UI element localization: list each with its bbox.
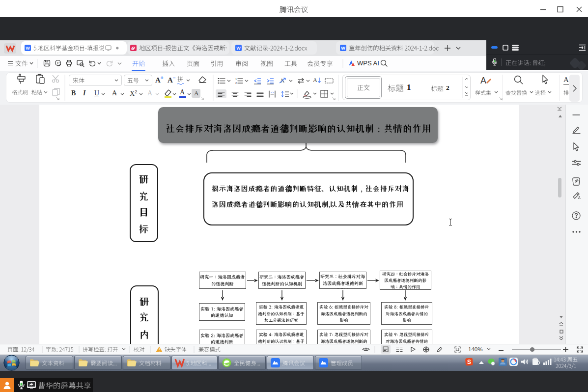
svg-text:2: 2 <box>235 82 237 84</box>
svg-text:W: W <box>26 46 30 51</box>
svg-text:P: P <box>57 61 59 65</box>
svg-text:1: 1 <box>235 78 237 81</box>
svg-text:<>: <> <box>271 91 275 94</box>
svg-text:A: A <box>480 76 486 85</box>
svg-text:W: W <box>236 46 241 51</box>
svg-text:S: S <box>467 359 471 365</box>
svg-text:W: W <box>341 46 345 51</box>
